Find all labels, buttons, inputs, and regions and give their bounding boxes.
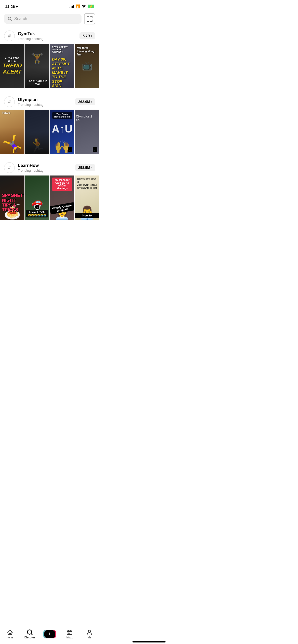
olympian-video-4[interactable]: Olympics 2co ♪ [74, 110, 99, 154]
olympian-hashtag-badge: # [4, 96, 15, 107]
learnhow-chevron: › [91, 166, 92, 169]
olympian-chevron: › [91, 100, 92, 104]
olympian-video-grid: 🤸‍♀️ TOKYO 🏃 Tara DavisTrack and Field A… [0, 110, 99, 154]
learnhow-count-button[interactable]: 258.5M › [75, 164, 95, 171]
search-bar[interactable]: Search [4, 14, 82, 24]
learnhow-video-1[interactable]: 🍝 SPAGHETTINIGHTTIPS &TRICKS [0, 175, 24, 220]
scan-button[interactable] [84, 13, 95, 24]
svg-line-1 [11, 20, 12, 21]
battery-icon: ⚡ [88, 5, 94, 8]
wifi-icon: 📶 [76, 4, 80, 8]
svg-rect-5 [92, 16, 92, 18]
gymtok-hashtag-badge: # [4, 31, 15, 41]
tiktok-watermark-3: ♪ [68, 147, 72, 152]
status-time: 11:26 [5, 4, 15, 9]
learnhow-video-2[interactable]: 🚗 ♪ Lexus LS500!😭😭😭😭😭😭 [24, 175, 49, 220]
gymtok-video-1[interactable]: A TREND DE A TREND ALERT [0, 44, 24, 88]
learnhow-subtitle: Trending hashtag [18, 169, 44, 172]
gymtok-count-button[interactable]: 5.7B › [79, 32, 95, 39]
gymtok-video-3[interactable]: DAY 36 OF MY FITNESS JOURNEY DAY 36, ATT… [49, 44, 74, 88]
olympian-video-2[interactable]: 🏃 [24, 110, 49, 154]
olympian-video-1[interactable]: 🤸‍♀️ TOKYO [0, 110, 24, 154]
tiktok-logo-4: ♪ [93, 147, 97, 152]
olympian-subtitle: Trending hashtag [18, 103, 44, 107]
wifi-icon-svg [82, 5, 86, 8]
gymtok-subtitle: Trending hashtag [18, 37, 44, 41]
search-container: Search [0, 11, 99, 26]
location-icon: ▶ [16, 5, 18, 8]
olympian-header: # Olympian Trending hashtag 262.9M › [0, 92, 99, 110]
gymtok-video-2[interactable]: 🏋️ The struggle is real [24, 44, 49, 88]
olympian-section: # Olympian Trending hashtag 262.9M › 🤸‍♀… [0, 92, 99, 156]
svg-rect-7 [87, 20, 87, 22]
gymtok-chevron: › [91, 34, 92, 38]
learnhow-title: LearnHow [18, 163, 44, 168]
learnhow-video-4[interactable]: can you slow down thying? I want to teac… [74, 175, 99, 220]
status-bar: 11:26 ▶ 📶 ⚡ [0, 0, 99, 11]
signal-bars [70, 5, 74, 8]
olympian-count-button[interactable]: 262.9M › [75, 98, 95, 105]
learnhow-hashtag-badge: # [4, 162, 15, 173]
scan-icon [86, 16, 93, 22]
gymtok-header: # GymTok Trending hashtag 5.7B › [0, 26, 99, 44]
search-placeholder: Search [14, 17, 27, 21]
olympian-title: Olympian [18, 97, 44, 102]
learnhow-video-grid: 🍝 SPAGHETTINIGHTTIPS &TRICKS 🚗 ♪ Lexus L… [0, 175, 99, 220]
gymtok-video-grid: A TREND DE A TREND ALERT 🏋️ The struggle… [0, 44, 99, 88]
learnhow-section: # LearnHow Trending hashtag 258.5M › 🍝 S… [0, 158, 99, 222]
svg-rect-9 [92, 20, 92, 22]
gymtok-title: GymTok [18, 31, 44, 36]
gymtok-video-4[interactable]: 📺 *Me three thinking lifting fem [74, 44, 99, 88]
learnhow-video-3[interactable]: My Manager Cancels Allof Our Meetings 👩‍… [49, 175, 74, 220]
svg-rect-3 [87, 16, 87, 18]
search-icon [8, 17, 12, 21]
learnhow-header: # LearnHow Trending hashtag 258.5M › [0, 158, 99, 175]
olympian-video-3[interactable]: Tara DavisTrack and Field A↑U 🙌 ♪ [49, 110, 74, 154]
gymtok-section: # GymTok Trending hashtag 5.7B › A TREND… [0, 26, 99, 90]
